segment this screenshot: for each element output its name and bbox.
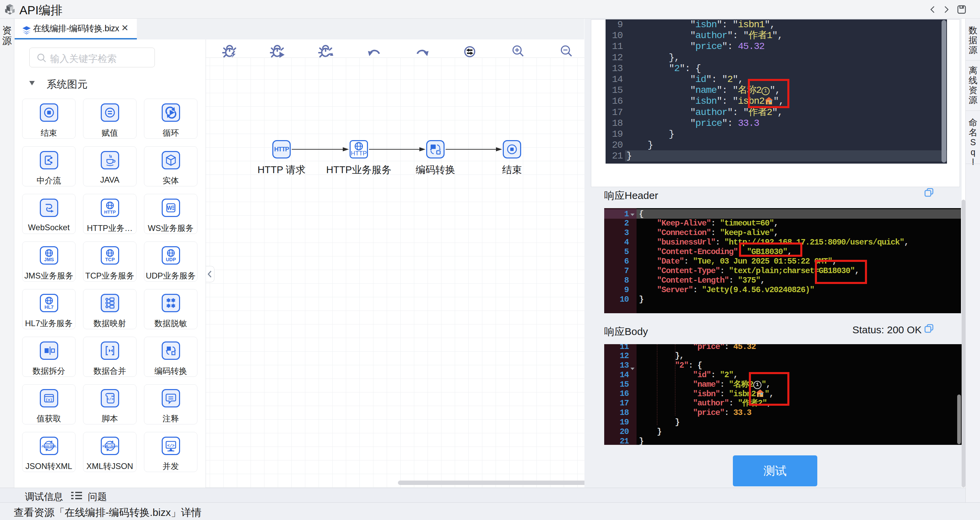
- svg-text:UDP: UDP: [166, 257, 176, 262]
- svg-text:HL7: HL7: [45, 304, 54, 310]
- svg-text:HTTP: HTTP: [104, 209, 116, 215]
- svg-text:(x): (x): [46, 398, 52, 402]
- svg-text:</>: </>: [107, 397, 114, 401]
- svg-text:W: W: [167, 205, 172, 211]
- svg-text:TCP: TCP: [105, 257, 115, 262]
- svg-text:</>: </>: [167, 444, 175, 448]
- svg-text:XML-Json: XML-Json: [102, 444, 118, 448]
- svg-text:JMS: JMS: [44, 257, 54, 262]
- svg-text:Json-XML: Json-XML: [41, 444, 57, 448]
